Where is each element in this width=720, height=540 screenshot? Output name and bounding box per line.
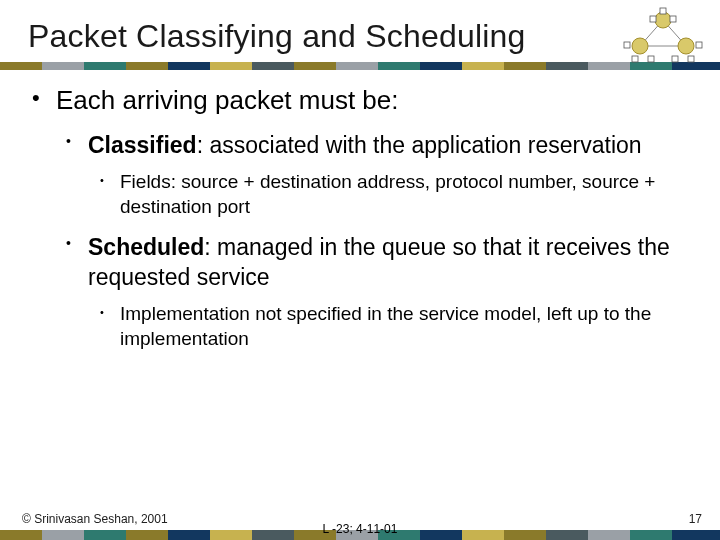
svg-point-5 xyxy=(678,38,694,54)
bullet-l1-text: Each arriving packet must be: xyxy=(56,85,399,115)
network-graphic-icon xyxy=(618,6,708,64)
scheduled-sub-text: Implementation not specified in the serv… xyxy=(120,303,651,349)
bullet-scheduled: Scheduled: managed in the queue so that … xyxy=(56,233,692,351)
bullet-scheduled-sub: Implementation not specified in the serv… xyxy=(88,302,692,351)
svg-rect-9 xyxy=(624,42,630,48)
footer: © Srinivasan Seshan, 2001 17 L -23; 4-11… xyxy=(0,512,720,540)
bullet-classified-sub: Fields: source + destination address, pr… xyxy=(88,170,692,219)
footer-lecture-id: L -23; 4-11-01 xyxy=(0,522,720,536)
classified-rest: : associated with the application reserv… xyxy=(197,132,642,158)
svg-rect-14 xyxy=(696,42,702,48)
svg-rect-11 xyxy=(648,56,654,62)
classified-sub-text: Fields: source + destination address, pr… xyxy=(120,171,655,217)
term-classified: Classified xyxy=(88,132,197,158)
slide: Packet Classifying and Scheduling xyxy=(0,0,720,540)
svg-rect-7 xyxy=(650,16,656,22)
title-underline xyxy=(0,62,720,70)
bullet-classified: Classified: associated with the applicat… xyxy=(56,131,692,220)
term-scheduled: Scheduled xyxy=(88,234,204,260)
svg-rect-12 xyxy=(672,56,678,62)
content-area: Each arriving packet must be: Classified… xyxy=(28,84,692,366)
svg-rect-10 xyxy=(632,56,638,62)
svg-rect-6 xyxy=(660,8,666,14)
svg-rect-8 xyxy=(670,16,676,22)
svg-rect-13 xyxy=(688,56,694,62)
slide-title: Packet Classifying and Scheduling xyxy=(28,18,692,55)
svg-point-4 xyxy=(632,38,648,54)
bullet-l1: Each arriving packet must be: Classified… xyxy=(28,84,692,352)
